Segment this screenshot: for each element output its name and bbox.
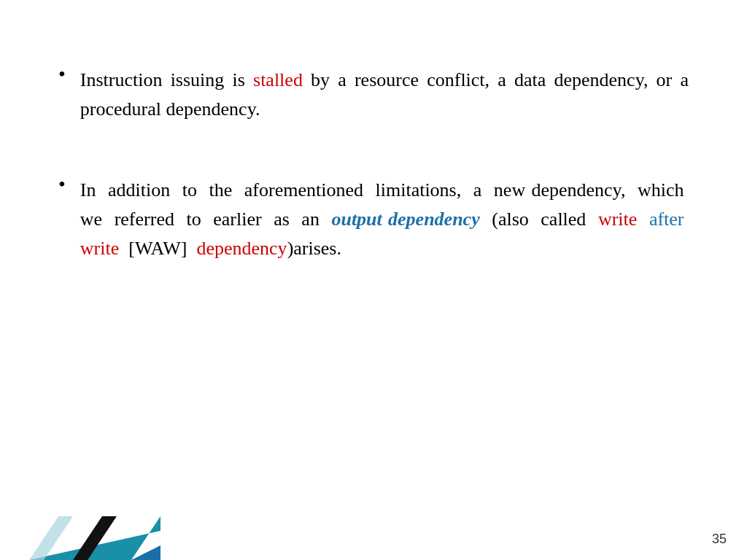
after-text: after (649, 209, 684, 230)
write1-text: write (598, 209, 637, 230)
bullet-text-1: Instruction issuing is stalled by a reso… (80, 66, 689, 125)
bullet-text-2: In addition to the aforementioned limita… (80, 176, 689, 264)
slide-number: 35 (712, 532, 727, 547)
bullet-item-1: • Instruction issuing is stalled by a re… (58, 66, 689, 125)
write2-text: write (80, 238, 119, 259)
output-dependency-text: output dependency (331, 209, 479, 230)
stalled-text: stalled (253, 69, 303, 90)
bullet-dot-1: • (58, 63, 66, 86)
slide: • Instruction issuing is stalled by a re… (0, 0, 747, 560)
slide-content: • Instruction issuing is stalled by a re… (58, 66, 689, 524)
bullet-dot-2: • (58, 173, 66, 196)
bullet-item-2: • In addition to the aforementioned limi… (58, 176, 689, 264)
dependency-red-text: dependency (196, 238, 287, 259)
corner-decoration (0, 472, 160, 560)
